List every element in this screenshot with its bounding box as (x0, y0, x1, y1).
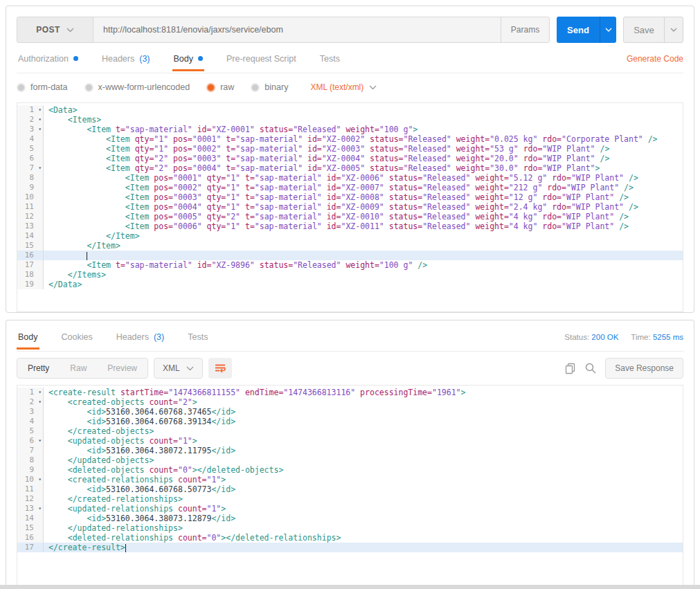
code-line-content: <Item qty="2" pos="0003" t="sap-material… (44, 154, 683, 163)
save-options-caret[interactable] (664, 17, 683, 42)
response-tab-cookies[interactable]: Cookies (60, 332, 94, 349)
body-mode-x-www-form-urlencoded[interactable]: x-www-form-urlencoded (84, 82, 190, 92)
code-line-content: <create-result startTime="1474366811155"… (44, 388, 683, 397)
line-number: 18 (17, 270, 44, 280)
save-button[interactable]: Save (624, 17, 664, 42)
request-tab-tests[interactable]: Tests (318, 54, 341, 71)
line-number: 11 (17, 484, 44, 494)
wrap-lines-button[interactable] (208, 358, 232, 379)
code-line[interactable]: 1▾<Data> (17, 105, 683, 115)
copy-response-button[interactable] (564, 362, 576, 374)
code-line[interactable]: 9 <deleted-objects count="0"></deleted-o… (17, 465, 683, 475)
code-line[interactable]: 8 <Item pos="0001" qty="1" t="sap-materi… (17, 173, 683, 183)
view-mode-preview[interactable]: Preview (97, 359, 147, 378)
code-line-content: <Item pos="0003" qty="1" t="sap-material… (44, 192, 683, 202)
code-line[interactable]: 3▾ <Item t="sap-material" id="XZ-0001" s… (17, 125, 683, 134)
code-line-content: <Item pos="0004" qty="1" t="sap-material… (44, 202, 683, 212)
body-mode-raw[interactable]: raw (206, 82, 234, 92)
code-line[interactable]: 1▾<create-result startTime="147436681115… (17, 388, 683, 397)
send-options-caret[interactable] (600, 17, 616, 43)
params-button[interactable]: Params (501, 17, 549, 42)
code-line[interactable]: 3 <id>53160.3064.60768.37465</id> (17, 407, 683, 417)
code-line[interactable]: 7▾ <Item qty="2" pos="0004" t="sap-mater… (17, 163, 683, 173)
code-line[interactable]: 15 </updated-relationships> (17, 523, 683, 533)
code-line[interactable]: 15 </Item> (17, 241, 683, 251)
fold-arrow-icon[interactable]: ▾ (38, 397, 42, 407)
code-line[interactable]: 6 <Item qty="2" pos="0003" t="sap-materi… (17, 154, 683, 163)
horizontal-scrollbar[interactable] (0, 585, 700, 589)
code-line-content: <Item qty="1" pos="0001" t="sap-material… (44, 134, 683, 144)
code-line[interactable]: 17 <Item t="sap-material" id="XZ-9896" s… (17, 260, 683, 270)
code-line[interactable]: 16 (17, 251, 683, 260)
save-response-button[interactable]: Save Response (605, 358, 683, 379)
fold-arrow-icon[interactable]: ▾ (38, 436, 42, 446)
response-tab-tests[interactable]: Tests (186, 332, 209, 349)
code-line[interactable]: 7 <id>53160.3064.38072.11795</id> (17, 446, 683, 455)
code-line[interactable]: 4 <Item qty="1" pos="0001" t="sap-materi… (17, 134, 683, 144)
fold-arrow-icon[interactable]: ▾ (38, 388, 42, 397)
code-line[interactable]: 9 <Item pos="0002" qty="1" t="sap-materi… (17, 183, 683, 192)
code-line[interactable]: 19</Data> (17, 280, 683, 289)
url-input[interactable] (93, 17, 501, 42)
fold-arrow-icon[interactable]: ▾ (38, 105, 42, 115)
code-line[interactable]: 18 </Items> (17, 270, 683, 280)
code-line[interactable]: 12 </created-relationships> (17, 494, 683, 504)
fold-arrow-icon[interactable]: ▾ (38, 125, 42, 134)
view-mode-pretty[interactable]: Pretty (17, 359, 60, 378)
code-line[interactable]: 5 <Item qty="1" pos="0002" t="sap-materi… (17, 144, 683, 154)
code-line[interactable]: 10 <Item pos="0003" qty="1" t="sap-mater… (17, 192, 683, 202)
generate-code-link[interactable]: Generate Code (627, 54, 683, 71)
code-line[interactable]: 6▾ <updated-objects count="1"> (17, 436, 683, 446)
status-value[interactable]: 200 OK (591, 333, 618, 341)
line-number: 3 (17, 407, 44, 417)
body-mode-label: raw (220, 82, 234, 92)
body-mode-binary[interactable]: binary (251, 82, 288, 92)
code-line-content: </Item> (44, 241, 683, 251)
code-line[interactable]: 10▾ <created-relationships count="1"> (17, 475, 683, 484)
code-line[interactable]: 4 <id>53160.3064.60768.39134</id> (17, 417, 683, 426)
wrap-lines-icon (214, 362, 226, 374)
line-number: 12 (17, 212, 44, 221)
code-line[interactable]: 5 </created-objects> (17, 426, 683, 436)
chevron-down-icon (66, 28, 74, 33)
line-number: 10 (17, 192, 44, 202)
code-line[interactable]: 2▾ <created-objects count="2"> (17, 397, 683, 407)
fold-arrow-icon[interactable]: ▾ (38, 163, 42, 173)
code-line[interactable]: 14 <id>53160.3064.38073.12879</id> (17, 514, 683, 523)
code-line[interactable]: 11 <id>53160.3064.60768.50773</id> (17, 484, 683, 494)
code-line[interactable]: 2▾ <Items> (17, 115, 683, 125)
view-mode-raw[interactable]: Raw (60, 359, 97, 378)
code-line[interactable]: 11 <Item pos="0004" qty="1" t="sap-mater… (17, 202, 683, 212)
content-type-dropdown[interactable]: XML (text/xml) (310, 82, 377, 92)
code-line[interactable]: 8 </updated-objects> (17, 455, 683, 465)
code-line[interactable]: 12 <Item pos="0005" qty="2" t="sap-mater… (17, 212, 683, 221)
code-line[interactable]: 16 <deleted-relationships count="0"></de… (17, 533, 683, 543)
code-line[interactable]: 17</create-result> (17, 543, 683, 552)
code-line[interactable]: 13 <Item pos="0006" qty="1" t="sap-mater… (17, 221, 683, 231)
body-mode-form-data[interactable]: form-data (17, 82, 68, 92)
response-time: Time: 5255 ms (631, 333, 683, 341)
tab-label: Headers (116, 332, 149, 342)
send-button[interactable]: Send (557, 17, 600, 43)
code-line[interactable]: 13▾ <updated-relationships count="1"> (17, 504, 683, 514)
fold-arrow-icon[interactable]: ▾ (38, 475, 42, 484)
response-language-dropdown[interactable]: XML (154, 358, 203, 379)
response-tab-headers[interactable]: Headers(3) (115, 332, 166, 349)
request-tab-body[interactable]: Body (172, 54, 205, 71)
method-dropdown[interactable]: POST (17, 17, 93, 42)
request-tab-headers[interactable]: Headers(3) (100, 54, 152, 71)
response-tab-body[interactable]: Body (17, 332, 39, 349)
line-number: 8 (17, 173, 44, 183)
fold-arrow-icon[interactable]: ▾ (38, 115, 42, 125)
code-line[interactable]: 14 </Item> (17, 231, 683, 241)
tab-label: Pre-request Script (226, 54, 296, 64)
fold-arrow-icon[interactable]: ▾ (38, 504, 42, 514)
text-cursor (125, 544, 126, 552)
request-tab-authorization[interactable]: Authorization (17, 54, 80, 71)
request-body-editor[interactable]: 1▾<Data>2▾ <Items>3▾ <Item t="sap-materi… (17, 102, 683, 312)
line-number: 8 (17, 455, 44, 465)
response-body-editor[interactable]: 1▾<create-result startTime="147436681115… (17, 385, 683, 586)
time-value[interactable]: 5255 ms (653, 333, 683, 341)
search-response-button[interactable] (584, 362, 597, 374)
request-tab-pre-request-script[interactable]: Pre-request Script (225, 54, 298, 71)
